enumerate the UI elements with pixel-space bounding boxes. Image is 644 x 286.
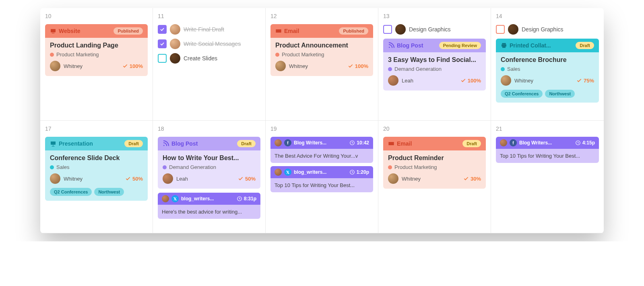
card-website[interactable]: Website Published Product Landing Page P…	[45, 24, 148, 76]
card-title: Conference Slide Deck	[50, 154, 143, 162]
social-header: f Blog Writers... 4:15p	[496, 137, 599, 149]
card-category: Demand Generation	[163, 164, 256, 170]
social-handle: blog_writers...	[294, 169, 326, 175]
presentation-icon	[50, 140, 56, 147]
avatar	[163, 173, 173, 184]
task-row[interactable]: Write Social Messages	[158, 39, 260, 49]
calendar-board: 10 Website Published Product Landing Pag…	[40, 8, 604, 233]
status-badge: Draft	[576, 42, 594, 49]
category-dot	[163, 165, 167, 169]
website-icon	[50, 28, 56, 34]
card-footer: Whitney 100%	[275, 61, 368, 71]
task-row[interactable]: Create Slides	[158, 53, 260, 64]
social-body: Top 10 Tips for Writing Your Best...	[270, 178, 373, 192]
card-type-label: Email	[388, 140, 412, 147]
status-badge: Draft	[237, 140, 256, 147]
avatar	[275, 139, 282, 146]
card-type-label: Website	[50, 28, 80, 34]
tag[interactable]: Northwest	[94, 188, 124, 196]
day-number: 18	[158, 126, 260, 132]
social-handle: Blog Writers...	[294, 140, 326, 146]
card-body: Product Announcement Product Marketing W…	[270, 38, 373, 76]
card-presentation[interactable]: Presentation Draft Conference Slide Deck…	[45, 137, 148, 201]
social-card-twitter[interactable]: 𝕏 blog_writers... 8:31p Here's the best …	[158, 193, 260, 219]
card-footer: Leah 50%	[163, 173, 256, 184]
tag[interactable]: Northwest	[545, 90, 575, 98]
svg-rect-5	[502, 46, 506, 48]
card-printed-collateral[interactable]: Printed Collat... Draft Conference Broch…	[496, 39, 599, 103]
card-header: Blog Post Pending Review	[383, 39, 486, 52]
card-title: Product Reminder	[388, 154, 481, 162]
card-header: Blog Post Draft	[158, 137, 260, 150]
day-cell-14: 14 Design Graphics Printed Collat... Dra…	[491, 8, 604, 121]
card-footer: Whitney 100%	[50, 61, 143, 71]
twitter-icon: 𝕏	[284, 169, 291, 176]
facebook-icon: f	[284, 139, 291, 146]
assignee: Whitney	[388, 173, 421, 184]
category-dot	[275, 53, 279, 57]
assignee: Whitney	[501, 75, 533, 86]
tags-row: Q2 Conferences Northwest	[50, 188, 143, 196]
avatar	[388, 173, 398, 184]
card-blog-post[interactable]: Blog Post Pending Review 3 Easy Ways to …	[383, 39, 486, 91]
checkbox-checked[interactable]	[158, 39, 167, 48]
task-label: Write Social Messages	[184, 41, 241, 47]
social-time: 4:15p	[575, 140, 595, 146]
avatar	[388, 75, 398, 86]
card-title: Conference Brochure	[501, 56, 594, 64]
card-category: Demand Generation	[388, 66, 481, 72]
social-card-facebook[interactable]: f Blog Writers... 4:15p Top 10 Tips for …	[496, 137, 599, 163]
avatar	[170, 53, 180, 64]
card-type-label: Email	[275, 28, 299, 34]
day-cell-21: 21 f Blog Writers... 4:15p Top 10 Tips f…	[491, 121, 604, 233]
card-type-label: Printed Collat...	[501, 42, 551, 49]
email-icon	[388, 140, 394, 147]
social-card-facebook[interactable]: f Blog Writers... 10:42 The Best Advice …	[270, 137, 373, 163]
social-body: Top 10 Tips for Writing Your Best...	[496, 149, 599, 163]
checkbox-empty[interactable]	[158, 54, 167, 63]
svg-rect-1	[52, 33, 55, 33]
tag[interactable]: Q2 Conferences	[501, 90, 543, 98]
tag[interactable]: Q2 Conferences	[50, 188, 92, 196]
social-time: 10:42	[349, 140, 369, 146]
avatar	[170, 24, 180, 35]
card-type-label: Blog Post	[388, 42, 423, 49]
social-card-twitter[interactable]: 𝕏 blog_writers... 1:20p Top 10 Tips for …	[270, 166, 373, 192]
category-dot	[50, 53, 54, 57]
day-cell-13: 13 Design Graphics Blog Post Pending Rev…	[378, 8, 491, 121]
card-header: Email Published	[270, 24, 373, 38]
checkbox-empty[interactable]	[383, 25, 392, 34]
card-email[interactable]: Email Published Product Announcement Pro…	[270, 24, 373, 76]
card-footer: Leah 100%	[388, 75, 481, 86]
avatar	[500, 139, 507, 146]
card-body: Conference Slide Deck Sales Whitney 50% …	[45, 150, 148, 201]
progress: 100%	[348, 63, 368, 69]
card-blog-post[interactable]: Blog Post Draft How to Write Your Best..…	[158, 137, 260, 189]
day-cell-20: 20 Email Draft Product Reminder Product …	[378, 121, 491, 233]
svg-rect-0	[51, 29, 56, 32]
rss-icon	[388, 42, 394, 49]
card-email[interactable]: Email Draft Product Reminder Product Mar…	[383, 137, 486, 189]
card-title: Product Announcement	[275, 42, 368, 49]
avatar	[50, 173, 60, 184]
task-row[interactable]: Design Graphics	[383, 24, 486, 35]
category-dot	[50, 165, 54, 169]
tags-row: Q2 Conferences Northwest	[501, 90, 594, 98]
checkbox-empty[interactable]	[496, 25, 505, 34]
task-row[interactable]: Write Final Draft	[158, 24, 260, 35]
checkbox-checked[interactable]	[158, 25, 167, 34]
social-handle: Blog Writers...	[519, 140, 552, 146]
progress: 30%	[463, 176, 481, 182]
card-header: Printed Collat... Draft	[496, 39, 599, 52]
task-row[interactable]: Design Graphics	[496, 24, 599, 35]
progress: 50%	[125, 176, 143, 182]
calendar-grid: 10 Website Published Product Landing Pag…	[40, 8, 604, 233]
social-time: 8:31p	[237, 196, 256, 202]
status-badge: Published	[339, 27, 368, 35]
card-header: Email Draft	[383, 137, 486, 150]
status-badge: Draft	[462, 140, 481, 147]
day-number: 21	[496, 126, 599, 132]
assignee: Whitney	[50, 173, 83, 184]
day-cell-17: 17 Presentation Draft Conference Slide D…	[40, 121, 153, 233]
card-body: Conference Brochure Sales Whitney 75% Q2…	[496, 52, 599, 103]
